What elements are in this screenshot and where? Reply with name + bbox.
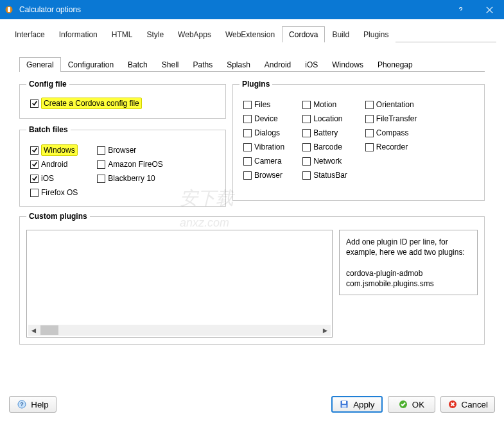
subtab-splash[interactable]: Splash — [220, 57, 257, 72]
ok-icon — [398, 399, 408, 409]
batch-windows-checkbox[interactable]: Windows — [30, 143, 78, 157]
checkbox-box — [302, 143, 311, 151]
checkbox-box — [30, 160, 39, 169]
batch-blackberry-10-label: Blackberry 10 — [108, 174, 155, 183]
window-title: Calculator options — [18, 5, 446, 14]
cancel-button-label: Cancel — [462, 400, 489, 409]
plugin-statusbar-checkbox[interactable]: StatusBar — [302, 168, 347, 182]
tab-webextension[interactable]: WebExtension — [218, 26, 282, 42]
svg-rect-1 — [8, 7, 10, 12]
plugin-motion-checkbox[interactable]: Motion — [302, 98, 347, 112]
plugin-network-checkbox[interactable]: Network — [302, 154, 347, 168]
svg-rect-5 — [342, 401, 346, 404]
plugins-group: Plugins FilesDeviceDialogsVibrationCamer… — [232, 80, 485, 201]
checkbox-box — [365, 143, 374, 151]
subtab-shell[interactable]: Shell — [155, 57, 186, 72]
tab-webapps[interactable]: WebApps — [171, 26, 218, 42]
plugin-files-checkbox[interactable]: Files — [243, 98, 284, 112]
tab-html[interactable]: HTML — [105, 26, 140, 42]
batch-firefox-os-label: Firefox OS — [41, 188, 78, 197]
create-cordova-config-checkbox[interactable]: Create a Cordova config file — [30, 96, 219, 110]
plugin-camera-checkbox[interactable]: Camera — [243, 154, 284, 168]
help-button-label: Help — [31, 400, 48, 409]
app-icon — [0, 5, 18, 14]
horizontal-scrollbar[interactable]: ◄ ► — [28, 325, 331, 336]
scroll-right-icon[interactable]: ► — [320, 326, 331, 335]
checkbox-box — [30, 189, 39, 197]
tab-style[interactable]: Style — [139, 26, 171, 42]
checkbox-box — [97, 146, 105, 155]
subtab-ios[interactable]: iOS — [298, 57, 325, 72]
plugin-recorder-label: Recorder — [376, 142, 408, 151]
batch-ios-checkbox[interactable]: iOS — [30, 171, 78, 185]
plugin-battery-checkbox[interactable]: Battery — [302, 126, 347, 140]
tab-build[interactable]: Build — [325, 26, 356, 42]
plugin-filetransfer-checkbox[interactable]: FileTransfer — [365, 112, 417, 126]
batch-android-checkbox[interactable]: Android — [30, 157, 78, 171]
plugin-network-label: Network — [313, 157, 342, 166]
subtab-configuration[interactable]: Configuration — [61, 57, 121, 72]
svg-text:?: ? — [21, 401, 24, 408]
checkbox-box — [302, 157, 311, 166]
plugin-camera-label: Camera — [254, 157, 282, 166]
tab-interface[interactable]: Interface — [8, 26, 52, 42]
scroll-left-icon[interactable]: ◄ — [28, 326, 39, 335]
plugin-barcode-checkbox[interactable]: Barcode — [302, 140, 347, 154]
subtab-paths[interactable]: Paths — [186, 57, 220, 72]
plugin-browser-checkbox[interactable]: Browser — [243, 168, 284, 182]
plugin-compass-label: Compass — [376, 128, 409, 137]
titlebar: Calculator options — [0, 0, 504, 19]
tab-plugins[interactable]: Plugins — [356, 26, 395, 42]
custom-plugins-textarea[interactable]: ◄ ► — [26, 230, 333, 338]
help-titlebar-button[interactable] — [446, 0, 475, 19]
batch-android-label: Android — [41, 160, 67, 169]
tab-cordova[interactable]: Cordova — [282, 26, 325, 42]
ok-button[interactable]: OK — [388, 396, 435, 413]
checkbox-box — [365, 101, 374, 109]
scroll-thumb[interactable] — [40, 325, 58, 335]
subtab-phonegap[interactable]: Phonegap — [370, 57, 420, 72]
apply-button-label: Apply — [353, 400, 374, 409]
plugin-motion-label: Motion — [313, 100, 336, 109]
apply-button[interactable]: Apply — [331, 396, 382, 413]
custom-plugins-help-text: Add one plugin ID per line, for example,… — [339, 230, 478, 295]
batch-browser-checkbox[interactable]: Browser — [97, 143, 162, 157]
cancel-button[interactable]: Cancel — [440, 396, 496, 413]
checkbox-box — [97, 160, 105, 169]
plugin-vibration-label: Vibration — [254, 142, 284, 151]
checkbox-box — [243, 171, 252, 180]
plugin-orientation-label: Orientation — [376, 100, 414, 109]
plugin-filetransfer-label: FileTransfer — [376, 114, 417, 123]
plugin-location-checkbox[interactable]: Location — [302, 112, 347, 126]
help-button[interactable]: ? Help — [9, 396, 56, 413]
batch-ios-label: iOS — [41, 174, 54, 183]
dialog-footer: ? Help Apply OK Cancel — [0, 394, 504, 421]
plugin-battery-label: Battery — [313, 128, 338, 137]
plugin-location-label: Location — [313, 114, 342, 123]
plugin-recorder-checkbox[interactable]: Recorder — [365, 140, 417, 154]
batch-firefox-os-checkbox[interactable]: Firefox OS — [30, 185, 78, 200]
plugin-orientation-checkbox[interactable]: Orientation — [365, 98, 417, 112]
subtab-general[interactable]: General — [19, 57, 61, 72]
close-button[interactable] — [475, 0, 504, 19]
plugin-device-checkbox[interactable]: Device — [243, 112, 284, 126]
plugin-device-label: Device — [254, 114, 278, 123]
config-file-legend: Config file — [26, 80, 69, 89]
config-file-group: Config file Create a Cordova config file — [19, 80, 226, 119]
checkbox-box — [365, 115, 374, 123]
batch-files-legend: Batch files — [26, 125, 71, 134]
cancel-icon — [448, 399, 458, 409]
subtab-batch[interactable]: Batch — [121, 57, 155, 72]
plugin-dialogs-checkbox[interactable]: Dialogs — [243, 126, 284, 140]
batch-browser-label: Browser — [108, 146, 136, 155]
tab-information[interactable]: Information — [52, 26, 105, 42]
plugin-compass-checkbox[interactable]: Compass — [365, 126, 417, 140]
checkbox-box — [30, 146, 39, 155]
batch-files-group: Batch files WindowsAndroidiOSFirefox OS … — [19, 125, 226, 207]
subtab-android[interactable]: Android — [257, 57, 298, 72]
batch-blackberry-10-checkbox[interactable]: Blackberry 10 — [97, 171, 162, 185]
checkbox-box — [243, 115, 252, 123]
plugin-vibration-checkbox[interactable]: Vibration — [243, 140, 284, 154]
subtab-windows[interactable]: Windows — [325, 57, 370, 72]
batch-amazon-fireos-checkbox[interactable]: Amazon FireOS — [97, 157, 162, 171]
